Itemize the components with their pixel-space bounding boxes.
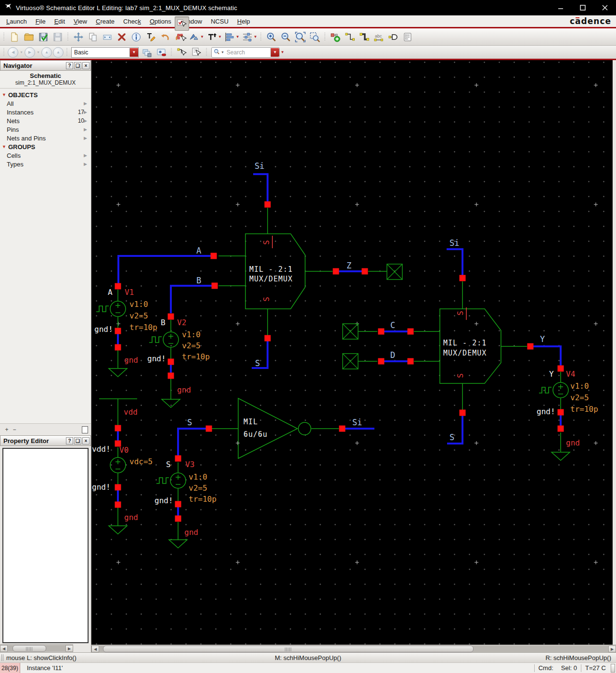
search-box[interactable]: ▼ ▼ (211, 47, 280, 58)
param-label[interactable]: vdc=5 (129, 457, 153, 466)
inverter-symbol[interactable] (238, 398, 297, 458)
net-label[interactable]: C (390, 320, 395, 330)
net-label[interactable]: B (196, 276, 201, 285)
stretch-button[interactable] (100, 30, 115, 44)
param-label[interactable]: v2=5 (182, 341, 201, 350)
back-button[interactable]: ◀ (8, 47, 18, 58)
ground-symbol[interactable] (109, 526, 127, 534)
param-label[interactable]: tr=10p (189, 495, 217, 504)
nav-item-all[interactable]: All▶ (0, 99, 91, 108)
nav-item-instances[interactable]: Instances17▶ (0, 108, 91, 116)
white-label[interactable]: gnd! (92, 483, 111, 492)
red-label[interactable]: gnd (184, 528, 198, 537)
up-button[interactable]: ▲ (41, 47, 52, 58)
net-label[interactable]: D (390, 350, 395, 360)
terminal-square[interactable] (115, 283, 121, 290)
expand-arrow-icon[interactable]: ▶ (84, 153, 87, 158)
menu-launch[interactable]: Launch (2, 16, 31, 26)
schematic-canvas[interactable]: SiABZSSSiCDSiYSABSYgnd!gnd!gnd!gnd!gnd!v… (91, 60, 613, 645)
red-label[interactable]: gnd (124, 356, 138, 365)
instance-text[interactable]: MIL (244, 418, 258, 426)
save-button[interactable] (36, 30, 51, 44)
terminal-square[interactable] (211, 253, 217, 259)
terminal-square[interactable] (168, 359, 174, 365)
net-label[interactable]: Si (255, 161, 264, 171)
create-instance-button[interactable] (328, 30, 343, 44)
align-button[interactable] (222, 30, 237, 44)
menu-ncsu[interactable]: NCSU (206, 16, 233, 26)
edit-labels-button[interactable] (143, 30, 158, 44)
create-wire-button[interactable] (343, 30, 357, 44)
terminal-square[interactable] (206, 426, 212, 432)
terminal-square[interactable] (460, 275, 466, 281)
terminal-square[interactable] (175, 501, 181, 508)
white-label[interactable]: gnd! (537, 407, 555, 416)
net-label[interactable]: S (449, 432, 454, 442)
forward-button[interactable]: ▶ (25, 47, 35, 58)
param-label[interactable]: v1:0 (189, 472, 207, 482)
terminal-square[interactable] (115, 484, 121, 491)
terminal-square[interactable] (339, 426, 346, 432)
terminal-square[interactable] (115, 328, 121, 334)
open-button[interactable] (22, 30, 36, 44)
instance-text[interactable]: 6u/6u (244, 430, 268, 439)
terminal-square[interactable] (115, 502, 121, 508)
red-label[interactable]: V0 (119, 445, 128, 455)
workspace-combo[interactable]: Basic ▼ (71, 47, 139, 58)
property-editor-float-button[interactable]: ❏ (74, 437, 81, 444)
instance-text[interactable]: MUX/DEMUX (443, 349, 487, 357)
terminal-square[interactable] (408, 358, 414, 365)
distribute-button[interactable] (240, 30, 255, 44)
white-label[interactable]: gnd! (94, 325, 113, 334)
property-editor-close-button[interactable]: × (82, 437, 90, 444)
nav-item-pins[interactable]: Pins▶ (0, 125, 91, 134)
search-input[interactable] (226, 49, 270, 56)
copy-button[interactable] (86, 30, 100, 44)
undo-button[interactable] (158, 30, 172, 44)
menu-options[interactable]: Options (145, 16, 176, 26)
param-label[interactable]: tr=10p (129, 323, 157, 332)
terminal-square[interactable] (558, 426, 564, 432)
schematic-drawing[interactable]: SiABZSSSiCDSiYSABSYgnd!gnd!gnd!gnd!gnd!v… (91, 60, 613, 645)
collapse-all-button[interactable]: − (11, 426, 18, 433)
param-label[interactable]: v1:0 (570, 381, 589, 391)
white-label[interactable]: A (108, 288, 113, 297)
net-wire[interactable] (530, 346, 561, 368)
zoom-out-button[interactable] (279, 30, 293, 44)
terminal-square[interactable] (175, 516, 181, 522)
white-label[interactable]: vdd! (92, 444, 111, 454)
instance-text[interactable]: MIL - 2:1 (443, 339, 487, 347)
nav-section-objects[interactable]: ▼OBJECTS (0, 90, 91, 99)
workspace-combo-dropdown-icon[interactable]: ▼ (129, 48, 138, 57)
menu-view[interactable]: View (69, 16, 91, 26)
red-label[interactable]: vdd (124, 407, 138, 417)
expand-arrow-icon[interactable]: ▶ (84, 118, 87, 123)
ground-symbol[interactable] (162, 399, 180, 407)
white-label[interactable]: gnd! (154, 496, 173, 505)
expand-arrow-icon[interactable]: ▶ (84, 101, 87, 106)
terminal-square[interactable] (265, 335, 271, 342)
ground-symbol[interactable] (169, 540, 187, 548)
select-mode-button[interactable] (175, 16, 189, 31)
zoom-in-button[interactable] (264, 30, 279, 44)
param-label[interactable]: v1:0 (182, 330, 201, 339)
red-label[interactable]: V3 (185, 460, 194, 469)
property-editor-scrollbar[interactable]: ◀ ▶ (0, 644, 73, 652)
terminal-square[interactable] (378, 358, 385, 365)
red-label[interactable]: gnd (124, 513, 138, 522)
menu-create[interactable]: Create (91, 16, 119, 26)
expand-arrow-icon[interactable]: ▶ (84, 162, 87, 166)
nav-item-cells[interactable]: Cells▶ (0, 151, 91, 160)
hide-display-button[interactable] (154, 45, 168, 60)
net-wire[interactable] (448, 249, 462, 277)
navigator-title-bar[interactable]: Navigator ? ❏ × (0, 60, 91, 71)
instance-text[interactable]: MIL - 2:1 (249, 265, 293, 274)
menu-edit[interactable]: Edit (50, 16, 69, 26)
panel-toggle-icon[interactable] (82, 426, 88, 433)
search-more-icon[interactable]: ▼ (281, 50, 284, 54)
net-label[interactable]: S (255, 358, 260, 368)
net-label[interactable]: Si (449, 238, 459, 248)
net-wire[interactable] (171, 286, 215, 312)
red-label[interactable]: V2 (177, 318, 186, 327)
param-label[interactable]: v1:0 (129, 300, 148, 309)
